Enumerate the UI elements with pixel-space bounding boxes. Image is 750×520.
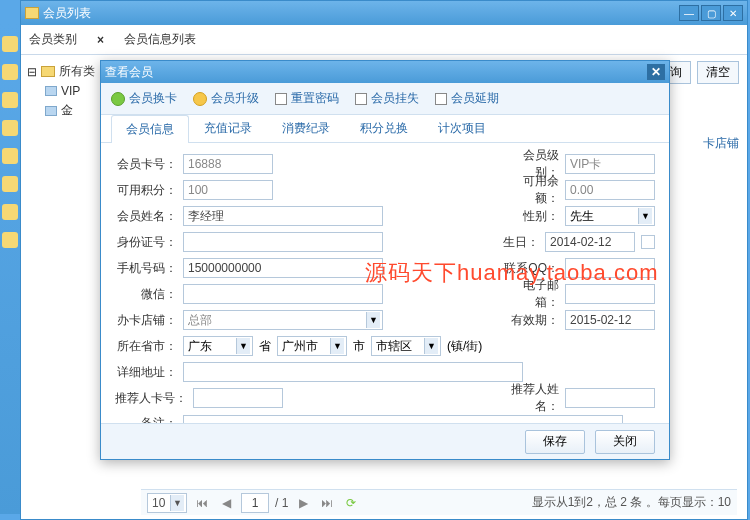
tab-member-info-list[interactable]: 会员信息列表 bbox=[124, 31, 196, 48]
qq-field[interactable] bbox=[565, 258, 655, 278]
ref-card-field[interactable] bbox=[193, 388, 283, 408]
close-window-button[interactable]: ✕ bbox=[723, 5, 743, 21]
member-form: 会员卡号： 会员级别： 可用积分： 可用余额： 会员姓名： 性别： 先生▼ 身份… bbox=[101, 143, 669, 463]
district-select[interactable]: 市辖区▼ bbox=[371, 336, 441, 356]
id-no-field[interactable] bbox=[183, 232, 383, 252]
label-shop: 办卡店铺： bbox=[115, 312, 177, 329]
birthday-field[interactable] bbox=[545, 232, 635, 252]
app-sidebar bbox=[0, 24, 20, 514]
label-email: 电子邮箱： bbox=[501, 277, 559, 311]
save-button[interactable]: 保存 bbox=[525, 430, 585, 454]
address-field[interactable] bbox=[183, 362, 523, 382]
gender-select[interactable]: 先生▼ bbox=[565, 206, 655, 226]
maximize-button[interactable]: ▢ bbox=[701, 5, 721, 21]
first-page-button[interactable]: ⏮ bbox=[193, 494, 211, 512]
clear-button[interactable]: 清空 bbox=[697, 61, 739, 84]
swap-icon bbox=[111, 92, 125, 106]
dialog-footer: 保存 关闭 bbox=[101, 423, 669, 459]
city-select[interactable]: 广州市▼ bbox=[277, 336, 347, 356]
last-page-button[interactable]: ⏭ bbox=[318, 494, 336, 512]
close-button[interactable]: 关闭 bbox=[595, 430, 655, 454]
district-suffix: (镇/街) bbox=[447, 338, 482, 355]
dialog-tabs: 会员信息 充值记录 消费纪录 积分兑换 计次项目 bbox=[101, 115, 669, 143]
dialog-title: 查看会员 bbox=[105, 64, 153, 81]
change-card-button[interactable]: 会员换卡 bbox=[111, 90, 177, 107]
leaf-icon bbox=[45, 86, 57, 96]
label-expiry: 有效期： bbox=[501, 312, 559, 329]
label-points: 可用积分： bbox=[115, 182, 177, 199]
view-member-dialog: 查看会员 ✕ 会员换卡 会员升级 重置密码 会员挂失 会员延期 会员信息 充值记… bbox=[100, 60, 670, 460]
page-size-select[interactable]: 10▼ bbox=[147, 493, 187, 513]
folder-icon bbox=[25, 7, 39, 19]
label-id-no: 身份证号： bbox=[115, 234, 177, 251]
label-name: 会员姓名： bbox=[115, 208, 177, 225]
label-address: 详细地址： bbox=[115, 364, 177, 381]
label-wechat: 微信： bbox=[115, 286, 177, 303]
upgrade-button[interactable]: 会员升级 bbox=[193, 90, 259, 107]
checkbox-icon bbox=[275, 93, 287, 105]
tab-member-info[interactable]: 会员信息 bbox=[111, 115, 189, 143]
label-phone: 手机号码： bbox=[115, 260, 177, 277]
folder-icon bbox=[41, 66, 55, 77]
chevron-down-icon: ▼ bbox=[330, 338, 344, 354]
next-page-button[interactable]: ▶ bbox=[294, 494, 312, 512]
label-qq: 联系QQ： bbox=[501, 260, 559, 277]
prev-page-button[interactable]: ◀ bbox=[217, 494, 235, 512]
pagination-bar: 10▼ ⏮ ◀ / 1 ▶ ⏭ ⟳ 显示从1到2，总 2 条 。每页显示：10 bbox=[141, 489, 737, 515]
label-province: 所在省市： bbox=[115, 338, 177, 355]
tab-recharge-log[interactable]: 充值记录 bbox=[189, 114, 267, 142]
email-field[interactable] bbox=[565, 284, 655, 304]
dialog-toolbar: 会员换卡 会员升级 重置密码 会员挂失 会员延期 bbox=[101, 83, 669, 115]
calendar-icon[interactable] bbox=[641, 235, 655, 249]
dialog-close-button[interactable]: ✕ bbox=[647, 64, 665, 80]
balance-field[interactable] bbox=[565, 180, 655, 200]
wechat-field[interactable] bbox=[183, 284, 383, 304]
window-title: 会员列表 bbox=[43, 5, 91, 22]
level-field[interactable] bbox=[565, 154, 655, 174]
province-suffix: 省 bbox=[259, 338, 271, 355]
tab-member-category[interactable]: 会员类别 bbox=[29, 31, 77, 48]
refresh-button[interactable]: ⟳ bbox=[342, 494, 360, 512]
phone-field[interactable] bbox=[183, 258, 383, 278]
points-field[interactable] bbox=[183, 180, 273, 200]
label-card-no: 会员卡号： bbox=[115, 156, 177, 173]
dialog-titlebar: 查看会员 ✕ bbox=[101, 61, 669, 83]
pager-info: 显示从1到2，总 2 条 。每页显示：10 bbox=[532, 494, 731, 511]
report-lost-button[interactable]: 会员挂失 bbox=[355, 90, 419, 107]
ref-name-field[interactable] bbox=[565, 388, 655, 408]
extend-button[interactable]: 会员延期 bbox=[435, 90, 499, 107]
window-titlebar: 会员列表 — ▢ ✕ bbox=[21, 1, 747, 25]
expiry-field[interactable] bbox=[565, 310, 655, 330]
province-select[interactable]: 广东▼ bbox=[183, 336, 253, 356]
upgrade-icon bbox=[193, 92, 207, 106]
label-balance: 可用余额： bbox=[501, 173, 559, 207]
label-ref-name: 推荐人姓名： bbox=[489, 381, 559, 415]
label-ref-card: 推荐人卡号： bbox=[115, 390, 187, 407]
minimize-button[interactable]: — bbox=[679, 5, 699, 21]
checkbox-icon bbox=[355, 93, 367, 105]
reset-password-button[interactable]: 重置密码 bbox=[275, 90, 339, 107]
checkbox-icon bbox=[435, 93, 447, 105]
tab-count-items[interactable]: 计次项目 bbox=[423, 114, 501, 142]
card-shop-label: 卡店铺 bbox=[703, 135, 739, 152]
chevron-down-icon: ▼ bbox=[366, 312, 380, 328]
chevron-down-icon: ▼ bbox=[638, 208, 652, 224]
shop-select[interactable]: 总部▼ bbox=[183, 310, 383, 330]
tab-points-exchange[interactable]: 积分兑换 bbox=[345, 114, 423, 142]
chevron-down-icon: ▼ bbox=[424, 338, 438, 354]
tab-close-icon[interactable]: × bbox=[97, 33, 104, 47]
total-pages: / 1 bbox=[275, 496, 288, 510]
city-suffix: 市 bbox=[353, 338, 365, 355]
label-gender: 性别： bbox=[501, 208, 559, 225]
chevron-down-icon: ▼ bbox=[170, 495, 184, 511]
leaf-icon bbox=[45, 106, 57, 116]
page-number-input[interactable] bbox=[241, 493, 269, 513]
tab-consume-log[interactable]: 消费纪录 bbox=[267, 114, 345, 142]
name-field[interactable] bbox=[183, 206, 383, 226]
card-no-field[interactable] bbox=[183, 154, 273, 174]
main-tabs: 会员类别 × 会员信息列表 bbox=[21, 25, 747, 55]
chevron-down-icon: ▼ bbox=[236, 338, 250, 354]
label-birthday: 生日： bbox=[481, 234, 539, 251]
